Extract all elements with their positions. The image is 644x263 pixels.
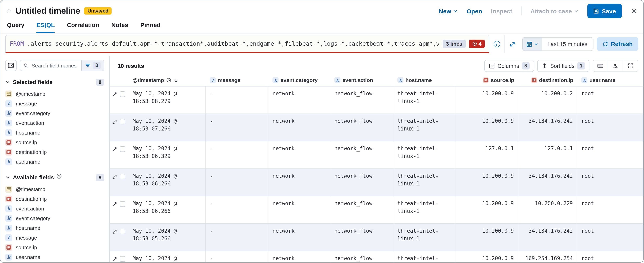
field-item-event.category[interactable]: k event.category [5, 213, 109, 223]
cell-message[interactable]: - [206, 224, 268, 251]
cell-host_name[interactable]: threat-intel-linux-1 [393, 141, 456, 169]
row-checkbox[interactable] [120, 174, 125, 179]
cell-event_category[interactable]: network [268, 114, 330, 141]
refresh-button[interactable]: Refresh [597, 37, 638, 51]
expand-row-icon[interactable] [112, 119, 117, 124]
cell-timestamp[interactable]: May 10, 2024 @ 18:53:07.266 [128, 114, 206, 141]
field-item-source.ip[interactable]: IP source.ip [5, 137, 109, 147]
tab-notes[interactable]: Notes [112, 21, 128, 33]
cell-timestamp[interactable]: May 10, 2024 @ 18:53:06.329 [128, 141, 206, 169]
cell-timestamp[interactable]: May 10, 2024 @ 18:53:06.266 [128, 196, 206, 223]
collapse-sidebar-button[interactable] [5, 60, 16, 71]
selected-fields-header[interactable]: Selected fields 8 [5, 78, 104, 86]
cell-user_name[interactable]: root [577, 86, 643, 114]
cell-event_category[interactable]: network [268, 141, 330, 169]
expand-row-icon[interactable] [112, 174, 117, 179]
cell-message[interactable]: - [206, 141, 268, 169]
cell-host_name[interactable]: threat-intel-linux-1 [393, 224, 456, 251]
column-header-user.name[interactable]: k user.name [577, 74, 643, 86]
field-search[interactable] [20, 60, 81, 71]
cell-event_action[interactable]: network_flow [330, 86, 393, 114]
cell-event_action[interactable]: network_flow [330, 224, 393, 251]
attach-to-case-button[interactable]: Attach to case [530, 7, 578, 14]
cell-source_ip[interactable]: 10.200.0.9 [456, 224, 518, 251]
cell-message[interactable]: - [206, 169, 268, 196]
cell-destination_ip[interactable]: 34.134.176.242 [518, 169, 577, 196]
field-item-user.name[interactable]: k user.name [5, 157, 109, 166]
cell-message[interactable]: - [206, 114, 268, 141]
cell-source_ip[interactable]: 10.200.0.9 [456, 196, 518, 223]
cell-host_name[interactable]: threat-intel-linux-1 [393, 114, 456, 141]
cell-source_ip[interactable]: 10.200.0.9 [456, 169, 518, 196]
cell-timestamp[interactable]: May 10, 2024 @ 18:53:08.279 [128, 86, 206, 114]
esql-editor[interactable]: FROM .alerts-security.alerts-default,apm… [5, 35, 489, 53]
cell-event_action[interactable]: network_flow [330, 114, 393, 141]
field-item-message[interactable]: t message [5, 233, 109, 243]
lines-badge[interactable]: 3 lines [443, 39, 466, 48]
cell-timestamp[interactable]: May 10, 2024 @ 18:53:06.266 [128, 169, 206, 196]
sort-fields-button[interactable]: Sort fields 1 [537, 60, 590, 72]
cell-event_action[interactable]: network_flow [330, 141, 393, 169]
field-item-source.ip[interactable]: IP source.ip [5, 243, 109, 252]
column-header-event.action[interactable]: k event.action [330, 74, 393, 86]
cell-user_name[interactable]: root [577, 196, 643, 223]
cell-user_name[interactable]: root [577, 114, 643, 141]
column-header-message[interactable]: t message [206, 74, 268, 86]
expand-row-icon[interactable] [112, 147, 117, 152]
cell-destination_ip[interactable]: 127.0.0.1 [518, 141, 577, 169]
field-item-@timestamp[interactable]: @timestamp [5, 184, 109, 194]
editor-info-button[interactable]: i [489, 35, 504, 53]
columns-button[interactable]: Columns 8 [484, 60, 534, 72]
cell-event_action[interactable]: network_flow [330, 169, 393, 196]
cell-message[interactable]: - [206, 86, 268, 114]
tab-query[interactable]: Query [7, 21, 24, 33]
cell-destination_ip[interactable]: 34.134.176.242 [518, 114, 577, 141]
save-button[interactable]: Save [587, 4, 622, 18]
cell-source_ip[interactable]: 10.200.0.9 [456, 114, 518, 141]
cell-message[interactable]: - [206, 251, 268, 262]
cell-user_name[interactable]: root [577, 141, 643, 169]
cell-host_name[interactable]: threat-intel-linux-1 [393, 86, 456, 114]
cell-user_name[interactable]: root [577, 169, 643, 196]
cell-host_name[interactable]: threat-intel-linux-1 [393, 196, 456, 223]
cell-event_category[interactable]: network [268, 196, 330, 223]
row-checkbox[interactable] [120, 256, 125, 262]
field-item-message[interactable]: t message [5, 99, 109, 108]
cell-source_ip[interactable]: 10.200.0.9 [456, 251, 518, 262]
cell-event_action[interactable]: network_flow [330, 251, 393, 262]
cell-user_name[interactable]: root [577, 224, 643, 251]
keyboard-shortcuts-button[interactable] [593, 60, 608, 71]
column-header-source.ip[interactable]: IP source.ip [456, 74, 518, 86]
time-range-label[interactable]: Last 15 minutes [542, 41, 593, 47]
cell-message[interactable]: - [206, 196, 268, 223]
cell-destination_ip[interactable]: 10.200.0.2 [518, 86, 577, 114]
fullscreen-button[interactable] [623, 60, 638, 71]
expand-row-icon[interactable] [112, 202, 117, 207]
expand-row-icon[interactable] [112, 229, 117, 234]
cell-source_ip[interactable]: 10.200.0.9 [456, 86, 518, 114]
row-checkbox[interactable] [120, 146, 125, 152]
cell-timestamp[interactable]: May 10, 2024 @ [128, 251, 206, 262]
tab-esql[interactable]: ES|QL [36, 21, 55, 33]
cell-event_category[interactable]: network [268, 86, 330, 114]
cell-destination_ip[interactable]: 10.200.0.229 [518, 196, 577, 223]
available-fields-header[interactable]: Available fields ? 8 [5, 173, 104, 182]
field-item-event.action[interactable]: k event.action [5, 204, 109, 213]
editor-expand-button[interactable] [504, 35, 520, 53]
cell-timestamp[interactable]: May 10, 2024 @ 18:53:05.266 [128, 224, 206, 251]
cell-host_name[interactable]: threat-intel-linux-1 [393, 251, 456, 262]
column-header-destination.ip[interactable]: IP destination.ip [518, 74, 577, 86]
cell-destination_ip[interactable]: 169.254.169.254 [518, 251, 577, 262]
cell-event_category[interactable]: network [268, 251, 330, 262]
field-item-@timestamp[interactable]: @timestamp [5, 89, 109, 99]
search-field-names-input[interactable] [31, 62, 78, 69]
cell-source_ip[interactable]: 127.0.0.1 [456, 141, 518, 169]
field-item-user.name[interactable]: k user.name [5, 252, 109, 262]
cell-host_name[interactable]: threat-intel-linux-1 [393, 169, 456, 196]
close-icon[interactable]: ✕ [631, 7, 637, 15]
row-checkbox[interactable] [120, 229, 125, 234]
tab-correlation[interactable]: Correlation [67, 21, 99, 33]
inspect-button[interactable]: Inspect [491, 7, 512, 14]
column-header-@timestamp[interactable]: @timestamp [128, 74, 206, 86]
open-button[interactable]: Open [466, 7, 482, 14]
